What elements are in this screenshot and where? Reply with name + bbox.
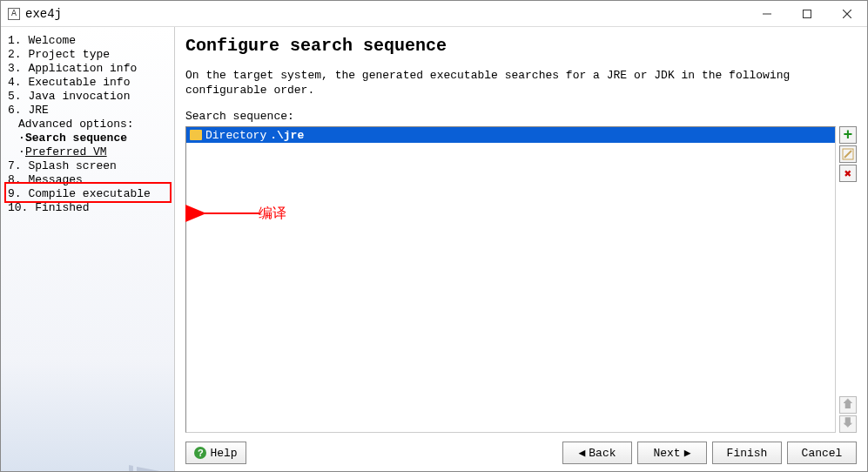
plus-icon: +	[844, 129, 853, 141]
step-messages[interactable]: 8. Messages	[8, 173, 171, 187]
close-button[interactable]	[827, 1, 867, 27]
move-up-button[interactable]: 🡅	[839, 396, 857, 414]
seq-container: Directory .\jre + ✖ 🡅 🡇	[185, 126, 857, 433]
window-title: exe4j	[25, 7, 62, 21]
main-panel: Configure search sequence On the target …	[175, 27, 867, 471]
adv-preferred-vm[interactable]: ·Preferred VM	[8, 145, 171, 159]
folder-icon	[190, 130, 202, 140]
step-application-info[interactable]: 3. Application info	[8, 62, 171, 76]
page-heading: Configure search sequence	[185, 36, 857, 56]
seq-item-prefix: Directory	[205, 129, 266, 142]
step-welcome[interactable]: 1. Welcome	[8, 34, 171, 48]
help-label: Help	[210, 447, 237, 460]
app-icon: A	[8, 8, 20, 20]
search-sequence-list[interactable]: Directory .\jre	[185, 126, 836, 433]
nav-buttons: ◀ Back Next ▶ Finish Cancel	[562, 442, 857, 464]
step-splash-screen[interactable]: 7. Splash screen	[8, 159, 171, 173]
content: 1. Welcome 2. Project type 3. Applicatio…	[1, 27, 867, 471]
cross-icon: ✖	[844, 166, 851, 181]
titlebar-left: A exe4j	[8, 7, 62, 21]
cancel-button[interactable]: Cancel	[787, 442, 857, 464]
move-down-button[interactable]: 🡇	[839, 415, 857, 433]
finish-button[interactable]: Finish	[712, 442, 782, 464]
maximize-icon	[803, 10, 811, 18]
close-icon	[843, 10, 851, 18]
advanced-options-label: Advanced options:	[8, 118, 171, 131]
svg-rect-1	[804, 10, 811, 17]
svg-line-5	[844, 151, 851, 158]
remove-button[interactable]: ✖	[839, 165, 857, 182]
help-button[interactable]: ? Help	[185, 442, 246, 464]
minimize-button[interactable]	[747, 1, 787, 27]
minimize-icon	[763, 10, 771, 18]
step-compile-executable[interactable]: 9. Compile executable	[8, 187, 171, 201]
seq-buttons: + ✖ 🡅 🡇	[839, 126, 857, 433]
edit-button[interactable]	[839, 145, 857, 163]
seq-label: Search sequence:	[185, 110, 857, 123]
window-controls	[747, 1, 867, 27]
step-project-type[interactable]: 2. Project type	[8, 48, 171, 62]
arrow-down-icon: 🡇	[842, 417, 854, 431]
arrow-up-icon: 🡅	[842, 398, 854, 412]
titlebar: A exe4j	[1, 1, 867, 27]
sidebar: 1. Welcome 2. Project type 3. Applicatio…	[1, 27, 175, 471]
step-finished[interactable]: 10. Finished	[8, 201, 171, 215]
step-executable-info[interactable]: 4. Executable info	[8, 76, 171, 90]
next-button[interactable]: Next ▶	[637, 442, 707, 464]
bottom-bar: ? Help ◀ Back Next ▶ Finish Cancel	[185, 442, 857, 464]
seq-item-directory[interactable]: Directory .\jre	[186, 127, 835, 143]
step-jre[interactable]: 6. JRE	[8, 104, 171, 118]
pencil-icon	[842, 148, 854, 160]
step-java-invocation[interactable]: 5. Java invocation	[8, 90, 171, 104]
add-button[interactable]: +	[839, 126, 857, 144]
maximize-button[interactable]	[787, 1, 827, 27]
seq-item-path: .\jre	[270, 129, 304, 142]
back-button[interactable]: ◀ Back	[562, 442, 632, 464]
page-description: On the target system, the generated exec…	[185, 68, 857, 98]
help-icon: ?	[194, 447, 206, 459]
adv-search-sequence[interactable]: ·Search sequence	[8, 131, 171, 145]
step-list: 1. Welcome 2. Project type 3. Applicatio…	[8, 34, 171, 215]
watermark: exe4j	[121, 468, 169, 472]
